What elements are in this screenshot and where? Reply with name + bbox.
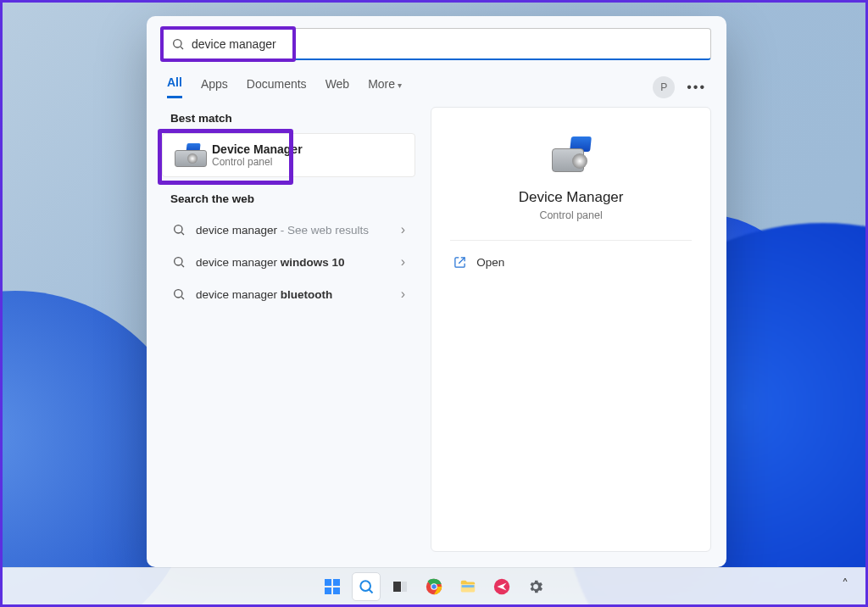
best-match-result[interactable]: Device Manager Control panel [162,133,415,177]
best-match-title: Device Manager [212,142,303,156]
search-icon [172,223,186,237]
chevron-right-icon: › [401,222,405,237]
search-icon [171,37,185,51]
open-label: Open [476,256,504,269]
web-suggestion[interactable]: device manager windows 10 › [162,246,415,278]
svg-point-0 [174,39,181,47]
scope-documents[interactable]: Documents [247,77,307,97]
svg-line-7 [181,297,184,299]
taskbar-settings-button[interactable] [521,572,550,601]
scope-web[interactable]: Web [326,77,350,97]
taskbar [3,567,865,604]
svg-point-6 [175,290,182,298]
svg-rect-14 [393,582,401,592]
svg-rect-15 [402,582,407,592]
svg-point-2 [175,226,182,233]
search-panel: device manager All Apps Documents Web Mo… [147,16,726,567]
web-suggestion[interactable]: device manager - See web results › [162,214,415,246]
search-icon [172,287,186,301]
svg-line-1 [181,47,183,49]
device-manager-icon [173,143,202,167]
web-suggestion[interactable]: device manager bluetooth › [162,278,415,310]
divider [450,240,692,241]
details-pane: Device Manager Control panel Open [431,107,711,552]
file-explorer-icon [459,577,477,596]
details-subtitle: Control panel [539,209,602,221]
search-value: device manager [192,37,276,51]
scope-apps[interactable]: Apps [201,77,228,97]
scope-more[interactable]: More▾ [368,77,402,97]
taskbar-start-button[interactable] [318,572,347,601]
svg-line-13 [370,589,373,593]
gear-icon [527,578,544,595]
open-icon [453,256,466,269]
best-match-heading: Best match [170,112,407,125]
chevron-right-icon: › [401,254,405,270]
web-suggestion-text: device manager windows 10 [196,256,345,269]
svg-rect-10 [325,588,331,594]
search-icon [172,255,186,269]
scope-all[interactable]: All [167,75,182,98]
svg-point-4 [175,258,182,265]
web-suggestion-text: device manager bluetooth [196,288,332,301]
taskbar-file-explorer-button[interactable] [453,572,482,601]
windows-start-icon [324,578,341,595]
taskbar-app-button[interactable] [487,572,516,601]
more-options-button[interactable]: ••• [687,80,706,95]
taskbar-taskview-button[interactable] [386,572,415,601]
svg-line-3 [181,232,184,235]
taskbar-chrome-button[interactable] [420,572,448,601]
search-scope-row: All Apps Documents Web More▾ P ••• [147,60,726,107]
open-action[interactable]: Open [450,249,508,276]
chevron-right-icon: › [401,287,405,302]
search-web-heading: Search the web [170,192,407,205]
device-manager-icon [548,136,594,174]
svg-point-18 [431,584,437,589]
task-view-icon [392,578,409,595]
search-icon [358,578,375,595]
details-title: Device Manager [519,189,624,206]
chrome-icon [425,577,443,596]
svg-rect-8 [325,579,331,586]
tray-expand-icon[interactable]: ˄ [842,576,849,593]
search-input[interactable]: device manager [162,28,711,60]
svg-rect-9 [333,579,340,586]
chevron-down-icon: ▾ [398,81,402,90]
svg-point-12 [360,581,370,591]
best-match-subtitle: Control panel [212,156,303,168]
svg-rect-20 [462,585,475,588]
taskbar-search-button[interactable] [352,572,381,601]
web-suggestion-text: device manager - See web results [196,224,369,237]
send-icon [492,577,511,596]
svg-line-5 [181,265,184,267]
svg-rect-11 [333,588,340,594]
user-avatar[interactable]: P [653,76,675,98]
